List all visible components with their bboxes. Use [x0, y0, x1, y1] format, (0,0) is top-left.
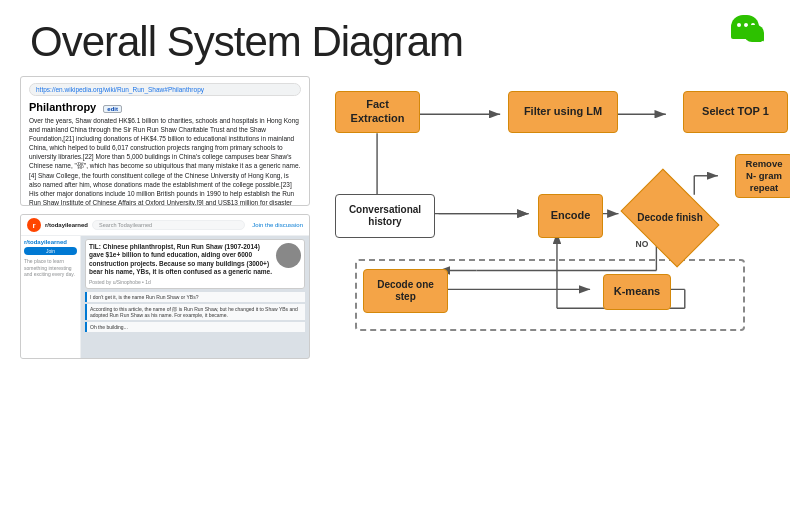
page-title: Overall System Diagram [0, 0, 790, 76]
reddit-comment-3: Oh the building... [85, 322, 305, 332]
reddit-header: r r/todayilearned Search Todayilearned J… [21, 215, 309, 236]
wiki-url-bar: https://en.wikipedia.org/wiki/Run_Run_Sh… [29, 83, 301, 96]
wechat-icon [731, 15, 775, 59]
reddit-body: r/todayilearned Join The place to learn … [21, 236, 309, 359]
reddit-screenshot: r r/todayilearned Search Todayilearned J… [20, 214, 310, 359]
reddit-sidebar: r/todayilearned Join The place to learn … [21, 236, 81, 359]
reddit-join-label[interactable]: Join the discussion [252, 222, 303, 228]
screenshots-column: https://en.wikipedia.org/wiki/Run_Run_Sh… [20, 76, 310, 359]
fc-conv-history: Conversational history [335, 194, 435, 238]
reddit-sidebar-desc: The place to learn something interesting… [24, 258, 77, 278]
wiki-body-text: Over the years, Shaw donated HK$6.1 bill… [29, 116, 301, 206]
flowchart-container: YES NO Fact Extraction Filter using LM S… [325, 76, 770, 356]
wiki-edit-btn[interactable]: edit [103, 105, 122, 113]
fc-decode-finish: Decode finish [630, 188, 710, 248]
reddit-comment-1: I don't get it, is the name Run Run Shaw… [85, 292, 305, 302]
wikipedia-screenshot: https://en.wikipedia.org/wiki/Run_Run_Sh… [20, 76, 310, 206]
reddit-logo: r [27, 218, 41, 232]
reddit-avatar [276, 243, 301, 268]
fc-fact-extraction: Fact Extraction [335, 91, 420, 133]
wiki-section-title: Philanthropy edit [29, 101, 301, 113]
fc-remove-ngram: Remove N- gram repeat [735, 154, 790, 198]
reddit-main: TIL: Chinese philanthropist, Run Run Sha… [81, 236, 309, 359]
flowchart-column: YES NO Fact Extraction Filter using LM S… [325, 76, 770, 356]
reddit-sidebar-title: r/todayilearned [24, 239, 77, 245]
reddit-post-meta: Posted by u/Sinophobe • 1d [89, 279, 301, 285]
fc-kmeans: K-means [603, 274, 671, 310]
reddit-comment-2: According to this article, the name of 邵… [85, 304, 305, 320]
reddit-join-btn[interactable]: Join [24, 247, 77, 255]
fc-encode: Encode [538, 194, 603, 238]
reddit-nav-text[interactable]: r/todayilearned [45, 222, 88, 228]
reddit-comments: I don't get it, is the name Run Run Shaw… [85, 292, 305, 332]
reddit-post-title: TIL: Chinese philanthropist, Run Run Sha… [89, 243, 301, 277]
fc-decode-one-step: Decode one step [363, 269, 448, 313]
reddit-post[interactable]: TIL: Chinese philanthropist, Run Run Sha… [85, 239, 305, 289]
reddit-search[interactable]: Search Todayilearned [92, 220, 245, 230]
fc-select-top1: Select TOP 1 [683, 91, 788, 133]
fc-filter-lm: Filter using LM [508, 91, 618, 133]
